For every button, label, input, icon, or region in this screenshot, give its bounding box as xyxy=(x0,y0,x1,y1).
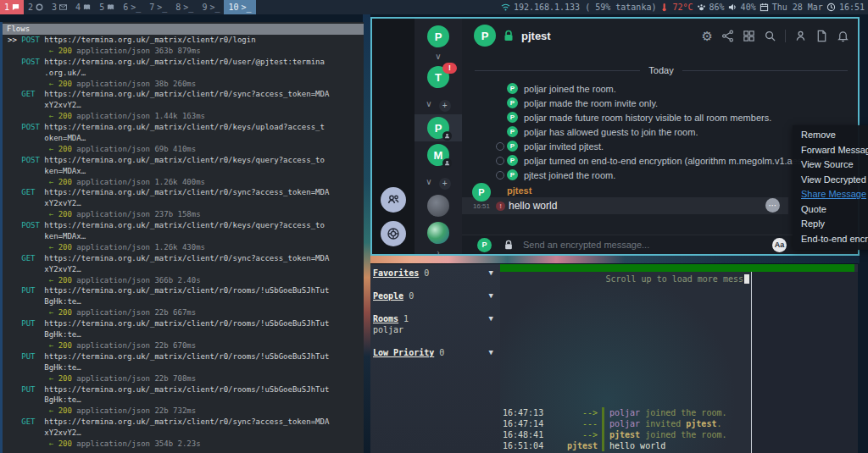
flow-row[interactable]: GET https://termina.org.uk/_matrix/clien… xyxy=(8,417,364,450)
response-code: 200 xyxy=(58,374,77,383)
context-menu-item[interactable]: View Decrypted S xyxy=(793,173,868,188)
workspace-8[interactable]: 8>_ xyxy=(171,0,198,14)
flow-row[interactable]: GET https://termina.org.uk/_matrix/clien… xyxy=(8,187,364,220)
chat-log: 16:47:13-->poljar joined the room.16:47:… xyxy=(500,407,751,451)
widgets-icon[interactable] xyxy=(743,30,755,42)
room-avatar-letter: P xyxy=(435,122,442,135)
context-menu-item[interactable]: End-to-end encry xyxy=(793,232,868,247)
context-menu-item[interactable]: View Source xyxy=(793,157,868,173)
triangle-down-icon[interactable]: ▼ xyxy=(489,314,493,323)
chevron-down-icon[interactable]: ∨ xyxy=(426,100,431,112)
flow-row[interactable]: POST https://termina.org.uk/_matrix/clie… xyxy=(8,220,364,253)
workspace-3[interactable]: 3 xyxy=(47,0,71,14)
section-low-priority[interactable]: Low Priority0 ▼ xyxy=(373,348,500,359)
people-button[interactable] xyxy=(381,187,406,213)
event-row: Ppoljar made the room invite only. xyxy=(462,96,858,110)
flow-row[interactable]: POST https://termina.org.uk/_matrix/clie… xyxy=(8,155,364,188)
context-menu-item[interactable]: Reply xyxy=(793,217,868,232)
workspace-2[interactable]: 2 xyxy=(24,0,47,14)
chat-text-part: poljar xyxy=(609,408,640,417)
flows-header: Flows xyxy=(3,24,364,35)
calendar-icon xyxy=(760,3,769,12)
add-room-button[interactable]: + xyxy=(439,100,451,112)
flow-row[interactable]: GET https://termina.org.uk/_matrix/clien… xyxy=(8,253,364,286)
help-button[interactable] xyxy=(381,221,406,246)
section-favorites[interactable]: Favorites0 ▼ xyxy=(373,268,500,279)
flow-selection-marker xyxy=(8,156,21,164)
flow-row[interactable]: PUT https://termina.org.uk/_matrix/clien… xyxy=(8,351,364,384)
terminal-icon: >_ xyxy=(183,3,193,12)
chat-timestamp: 16:48:41 xyxy=(500,429,557,440)
flow-url: https://termina.org.uk/_matrix/client/r0… xyxy=(44,417,329,426)
workspace-6[interactable]: 6>_ xyxy=(119,0,145,14)
triangle-down-icon[interactable]: ▼ xyxy=(489,268,493,277)
workspace-4[interactable]: 4 xyxy=(71,0,95,14)
flow-method: PUT xyxy=(21,352,44,361)
room-avatar-m[interactable]: M xyxy=(427,144,449,166)
notification-badge: ! xyxy=(442,63,457,74)
room-avatar-t[interactable]: T ! xyxy=(427,66,449,88)
event-text: poljar has allowed guests to join the ro… xyxy=(524,127,698,137)
wifi-icon xyxy=(501,3,510,12)
workspace-1[interactable]: 1 xyxy=(0,0,24,14)
message-options-button[interactable]: ⋯ xyxy=(765,198,780,213)
flow-row[interactable]: >> POST https://termina.org.uk/_matrix/c… xyxy=(8,35,364,57)
response-arrow-icon: ← xyxy=(49,47,58,55)
notifications-icon[interactable] xyxy=(837,30,849,42)
context-menu-item[interactable]: Share Message xyxy=(793,187,868,202)
account-avatar[interactable]: P xyxy=(427,25,449,47)
triangle-down-icon[interactable]: ▼ xyxy=(489,291,493,300)
message-input[interactable] xyxy=(521,239,765,251)
context-menu-item[interactable]: Forward Message xyxy=(793,143,868,158)
flow-row[interactable]: PUT https://termina.org.uk/_matrix/clien… xyxy=(8,318,364,351)
flow-row[interactable]: PUT https://termina.org.uk/_matrix/clien… xyxy=(8,285,364,318)
workspace-7[interactable]: 7>_ xyxy=(145,0,171,14)
share-icon[interactable] xyxy=(721,30,734,42)
chevron-right-icon[interactable]: › xyxy=(437,249,439,257)
room-header-avatar[interactable]: P xyxy=(474,25,496,47)
chat-line: 16:47:14---poljar invited pjtest. xyxy=(500,418,751,429)
triangle-down-icon[interactable]: ▼ xyxy=(489,348,493,356)
response-code: 200 xyxy=(58,80,77,88)
community-avatar-2[interactable] xyxy=(427,222,449,244)
section-rooms[interactable]: Rooms1 ▼ xyxy=(373,314,500,325)
response-arrow-icon: ← xyxy=(49,178,58,186)
context-menu-item[interactable]: Remove xyxy=(793,128,868,143)
clock-icon xyxy=(826,3,836,12)
composer-lock-icon xyxy=(504,240,514,251)
chevron-down-icon[interactable]: ∨ xyxy=(426,178,431,190)
member-list-icon[interactable] xyxy=(794,30,807,42)
workspace-5[interactable]: 5 xyxy=(95,0,119,14)
files-icon[interactable] xyxy=(815,30,828,42)
room-avatar-p-selected[interactable]: P xyxy=(427,117,449,139)
add-community-button[interactable]: + xyxy=(439,178,451,190)
chat-text: pjtest joined the room. xyxy=(602,429,726,440)
message-row[interactable]: 16:51 ! hello world ⋯ xyxy=(462,197,788,214)
context-menu-item[interactable]: Quote xyxy=(793,202,868,218)
chat-text-part: hello world xyxy=(609,441,665,450)
response-meta: application/json 366b 2.40s xyxy=(76,276,200,285)
settings-icon[interactable]: ⚙ xyxy=(702,30,713,42)
section-people[interactable]: People0 ▼ xyxy=(373,291,500,302)
rooms-sidebar: P ∨ T ! ∨ + P M xyxy=(415,19,462,254)
message-avatar[interactable]: P xyxy=(472,183,491,202)
room-item-poljar[interactable]: poljar xyxy=(373,325,500,336)
flow-selection-marker xyxy=(8,58,21,66)
community-avatar-1[interactable] xyxy=(427,195,449,217)
search-icon[interactable] xyxy=(764,30,776,42)
chevron-down-icon[interactable]: ∨ xyxy=(435,52,441,61)
response-arrow-icon: ← xyxy=(49,210,58,218)
flow-row[interactable]: POST https://termina.org.uk/_matrix/clie… xyxy=(8,122,364,155)
workspace-10[interactable]: 10>_ xyxy=(224,0,255,14)
thermometer-icon xyxy=(659,3,669,12)
flow-row[interactable]: PUT https://termina.org.uk/_matrix/clien… xyxy=(8,384,364,417)
flow-row[interactable]: POST https://termina.org.uk/_matrix/clie… xyxy=(8,57,364,90)
scroll-notice-text: Scroll up to load more mess xyxy=(605,274,743,284)
chat-buffer: Scroll up to load more mess 16:47:13-->p… xyxy=(500,264,858,453)
chat-text-part: . xyxy=(716,419,721,428)
response-arrow-icon: ← xyxy=(49,243,58,251)
chat-timestamp: 16:51:04 xyxy=(500,440,557,451)
format-button[interactable]: Aa xyxy=(772,238,787,252)
flow-row[interactable]: GET https://termina.org.uk/_matrix/clien… xyxy=(8,89,364,122)
workspace-9[interactable]: 9>_ xyxy=(198,0,224,14)
